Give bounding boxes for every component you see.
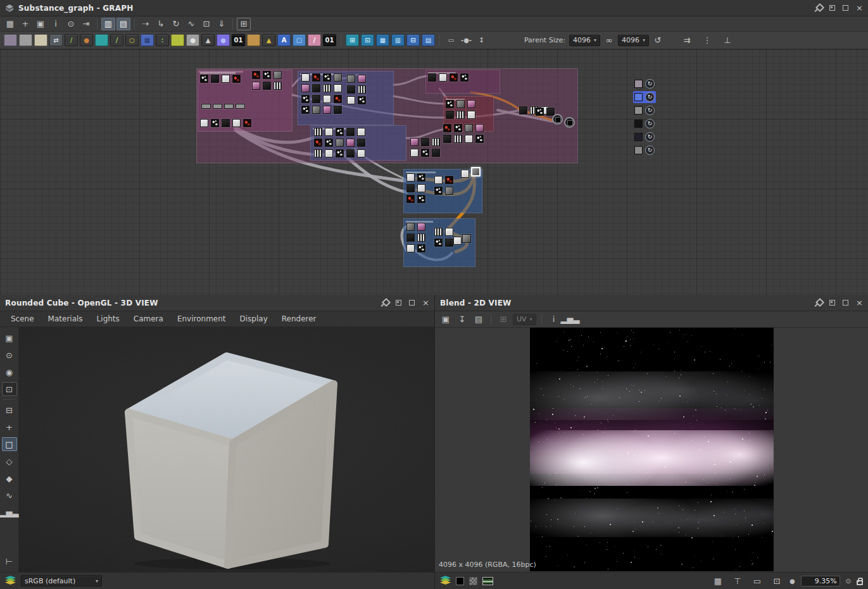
- graph-node[interactable]: [312, 95, 320, 103]
- pin-icon[interactable]: [814, 299, 822, 307]
- graph-node[interactable]: [454, 124, 462, 132]
- graph-node[interactable]: [417, 233, 425, 242]
- maximize-icon[interactable]: [409, 300, 415, 306]
- pan-tool-icon[interactable]: +: [18, 18, 32, 30]
- graph-node[interactable]: [445, 239, 453, 247]
- graph-node[interactable]: [454, 135, 462, 143]
- wrench-icon[interactable]: ∿: [2, 488, 17, 502]
- graph-node[interactable]: [336, 139, 344, 147]
- graph-node[interactable]: [358, 96, 366, 104]
- pin-icon[interactable]: [814, 4, 822, 12]
- graph-node[interactable]: [224, 104, 234, 109]
- view3d-viewport[interactable]: [19, 327, 434, 572]
- graph-node[interactable]: [536, 108, 544, 116]
- splatter-node-icon[interactable]: [171, 34, 184, 46]
- graph-node[interactable]: [252, 82, 260, 90]
- graph-node[interactable]: [263, 82, 271, 90]
- mesh-cylinder-icon[interactable]: ◇: [2, 454, 17, 468]
- graph-output-row[interactable]: ↻: [633, 91, 656, 103]
- mesh-rounded-cube-icon[interactable]: □: [2, 437, 17, 451]
- graph-node[interactable]: [475, 135, 484, 143]
- menu-display[interactable]: Display: [233, 314, 275, 323]
- graph-node[interactable]: [445, 187, 453, 195]
- graph-node[interactable]: [358, 75, 366, 83]
- mesh-plane-icon[interactable]: ⊟: [2, 403, 17, 417]
- material-ball-icon[interactable]: ◉: [2, 365, 17, 379]
- graph-node[interactable]: [336, 128, 344, 136]
- graph-node[interactable]: [347, 85, 355, 94]
- zoom-input[interactable]: [801, 576, 840, 586]
- alpha-checker-icon[interactable]: [469, 577, 477, 585]
- gray-blob-node-icon[interactable]: [19, 34, 32, 46]
- graph-node[interactable]: [274, 82, 282, 90]
- graph-node[interactable]: [336, 149, 344, 158]
- filter-icon[interactable]: ⊤: [731, 574, 745, 587]
- menu-materials[interactable]: Materials: [41, 314, 90, 323]
- graph-node[interactable]: [334, 84, 342, 92]
- material-link-icon[interactable]: ⇢: [139, 18, 153, 30]
- text-node-icon[interactable]: A: [277, 34, 291, 46]
- transform-node-icon[interactable]: [95, 34, 108, 46]
- normal-node-icon[interactable]: ●: [217, 34, 230, 46]
- beige-blob-node-icon[interactable]: [34, 34, 47, 46]
- close-icon[interactable]: ×: [856, 299, 863, 307]
- graph-node[interactable]: [446, 100, 454, 108]
- display-settings-icon[interactable]: ▣: [2, 331, 17, 345]
- graph-node[interactable]: [460, 73, 469, 82]
- graph-node[interactable]: [410, 149, 418, 157]
- scatter-node-icon[interactable]: :: [156, 34, 169, 46]
- graph-node[interactable]: [432, 138, 440, 146]
- graph-node[interactable]: [211, 119, 219, 127]
- graph-node[interactable]: [443, 135, 451, 143]
- elbow-link-icon[interactable]: ↳: [154, 18, 168, 30]
- swap-node-icon[interactable]: ⇄: [49, 34, 63, 46]
- graph-node[interactable]: [346, 149, 355, 158]
- graph-node[interactable]: [519, 106, 527, 115]
- graph-node[interactable]: [312, 84, 320, 92]
- screenshot-icon[interactable]: ▣: [34, 18, 47, 30]
- graph-node[interactable]: [314, 149, 322, 158]
- pink-slash-node-icon[interactable]: /: [308, 34, 321, 46]
- graph-node[interactable]: [417, 223, 425, 231]
- curve-node-icon[interactable]: /: [65, 34, 78, 46]
- graph-node[interactable]: [346, 128, 355, 136]
- graph-node[interactable]: [406, 173, 415, 182]
- graph-output-row[interactable]: ↻: [633, 144, 656, 156]
- graph-node[interactable]: [462, 234, 471, 243]
- close-icon[interactable]: ×: [422, 299, 429, 307]
- graph-node[interactable]: [456, 100, 465, 108]
- graph-node[interactable]: [312, 73, 320, 82]
- snap-grid-icon[interactable]: ⊞: [237, 18, 251, 30]
- graph-node[interactable]: [417, 173, 425, 182]
- graph-node[interactable]: [325, 128, 333, 136]
- comment-icon[interactable]: ▭: [444, 34, 458, 46]
- pin-node-icon[interactable]: ↧: [475, 34, 488, 46]
- info-icon[interactable]: i: [547, 313, 561, 326]
- graph-node[interactable]: [406, 233, 415, 242]
- dot-link-icon[interactable]: -●-: [460, 34, 473, 46]
- view2d-content[interactable]: 4096 x 4096 (RGBA, 16bpc): [435, 328, 868, 572]
- graph-node[interactable]: [475, 124, 484, 132]
- parent-size-height-select[interactable]: 4096▾: [618, 35, 649, 46]
- maximize-icon[interactable]: [843, 300, 848, 306]
- graph-node[interactable]: [406, 223, 415, 231]
- maximize-icon[interactable]: [843, 5, 848, 11]
- graph-node[interactable]: [323, 106, 331, 114]
- menu-scene[interactable]: Scene: [4, 314, 41, 323]
- export-image-icon[interactable]: ▣: [439, 313, 453, 326]
- graph-node[interactable]: [357, 139, 365, 147]
- graph-output-node[interactable]: [552, 114, 563, 125]
- float-icon[interactable]: [829, 300, 835, 306]
- ring-node-icon[interactable]: ○: [125, 34, 139, 46]
- graph-output-row[interactable]: ↻: [633, 104, 656, 116]
- graph-node[interactable]: [200, 119, 208, 127]
- graph-node[interactable]: [334, 106, 342, 114]
- graph-node[interactable]: [263, 71, 271, 79]
- grayscale-node-icon[interactable]: 01: [232, 34, 245, 46]
- tile-region-icon[interactable]: ▦: [376, 34, 389, 46]
- reset-size-icon[interactable]: ↺: [653, 34, 663, 47]
- menu-environment[interactable]: Environment: [170, 314, 233, 323]
- link-display-icon[interactable]: ▦: [3, 18, 17, 30]
- dependencies-icon[interactable]: ⇉: [680, 34, 694, 47]
- search-icon[interactable]: ⊙: [64, 18, 78, 30]
